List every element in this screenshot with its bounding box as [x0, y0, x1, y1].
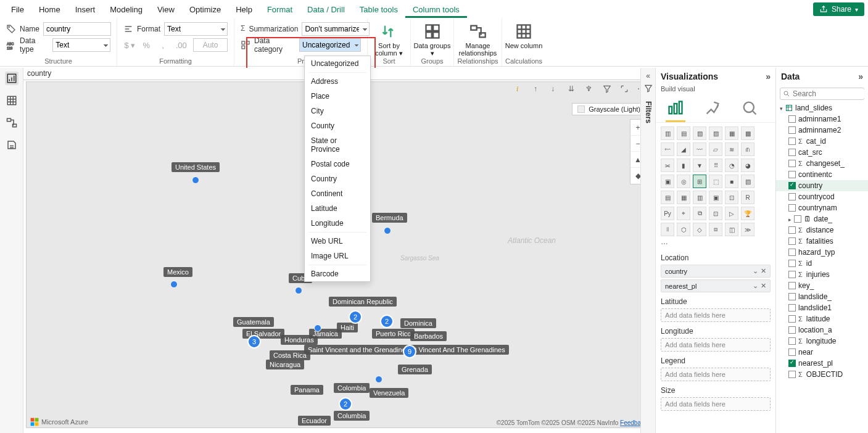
well-longitude-drop[interactable]: Add data fields here	[661, 338, 771, 352]
viz-type-button[interactable]: ⊞	[693, 175, 706, 188]
drill-down-icon[interactable]: ↓	[551, 85, 562, 96]
map-cluster[interactable]: 3	[247, 335, 261, 348]
datacategory-option[interactable]: County	[305, 118, 370, 133]
field-row[interactable]: country	[776, 180, 868, 191]
viz-type-button[interactable]: ■	[725, 175, 738, 188]
datacategory-option[interactable]: Image URL	[305, 249, 370, 263]
model-view-button[interactable]	[5, 116, 19, 130]
field-row[interactable]: injuries	[776, 269, 868, 280]
map-point[interactable]	[375, 376, 382, 383]
field-checkbox[interactable]	[794, 215, 801, 223]
viz-type-button[interactable]: ▦	[677, 191, 690, 204]
field-checkbox[interactable]	[788, 193, 796, 200]
field-row[interactable]: adminname1	[776, 113, 868, 125]
viz-type-button[interactable]: R	[741, 191, 754, 204]
viz-type-button[interactable]: ▩	[741, 126, 754, 140]
field-row[interactable]: continentc	[776, 169, 868, 180]
viz-more-button[interactable]: …	[656, 237, 775, 246]
viz-type-button[interactable]: ▤	[661, 191, 674, 204]
field-row[interactable]: near	[776, 347, 868, 358]
map-cluster[interactable]: 2	[349, 310, 362, 324]
viz-type-button[interactable]: ▧	[741, 175, 754, 188]
viz-type-button[interactable]: ⬚	[709, 175, 722, 188]
viz-type-button[interactable]: ▣	[709, 191, 722, 204]
map-point[interactable]	[170, 281, 178, 288]
field-checkbox[interactable]	[788, 337, 796, 345]
currency-button[interactable]: $ ▾	[123, 38, 136, 52]
format-visual-tab[interactable]	[700, 97, 725, 118]
field-row[interactable]: landslide1	[776, 302, 868, 313]
filters-pane-collapsed[interactable]: « Filters	[640, 68, 655, 433]
datacategory-option[interactable]: Longitude	[305, 216, 370, 231]
manage-relationships-button[interactable]: Manage relationships	[458, 21, 498, 57]
format-select[interactable]: Text	[164, 22, 228, 36]
viz-type-button[interactable]: ▧	[693, 126, 706, 140]
chevron-down-icon[interactable]: ⌄	[753, 267, 758, 275]
field-checkbox[interactable]	[788, 315, 796, 323]
remove-field-icon[interactable]: ✕	[761, 282, 766, 290]
menu-help[interactable]: Help	[228, 1, 260, 18]
map-point[interactable]	[384, 227, 391, 234]
field-row[interactable]: countrycod	[776, 191, 868, 202]
viz-type-button[interactable]: ▦	[725, 126, 738, 140]
field-checkbox[interactable]	[788, 126, 796, 134]
menu-data-drill[interactable]: Data / Drill	[300, 1, 352, 18]
viz-type-button[interactable]: ⬳	[661, 142, 674, 156]
field-checkbox[interactable]	[788, 237, 796, 245]
well-location-field-nearestpl[interactable]: nearest_pl⌄✕	[661, 279, 771, 292]
percent-button[interactable]: %	[140, 38, 153, 52]
report-view-button[interactable]	[5, 72, 19, 85]
menu-view[interactable]: View	[150, 1, 182, 18]
well-latitude-drop[interactable]: Add data fields here	[661, 308, 771, 322]
field-row[interactable]: fatalities	[776, 236, 868, 247]
field-checkbox[interactable]	[788, 304, 796, 311]
viz-type-button[interactable]: ▤	[677, 126, 690, 140]
viz-type-button[interactable]: ▮	[677, 159, 690, 172]
viz-type-button[interactable]: ▥	[661, 126, 674, 140]
field-row[interactable]: cat_id	[776, 136, 868, 147]
datacategory-option[interactable]: Continent	[305, 186, 370, 201]
well-legend-drop[interactable]: Add data fields here	[661, 368, 771, 381]
table-view-button[interactable]	[5, 94, 19, 107]
datacategory-option[interactable]: State or Province	[305, 133, 370, 157]
remove-field-icon[interactable]: ✕	[761, 267, 766, 275]
datacategory-option[interactable]: Web URL	[305, 234, 370, 249]
build-visual-tab[interactable]	[663, 97, 688, 118]
datacategory-dropdown[interactable]: UncategorizedAddressPlaceCityCountyState…	[304, 56, 371, 282]
expand-filters-icon[interactable]: «	[646, 72, 650, 80]
field-row[interactable]: latitude	[776, 313, 868, 324]
menu-file[interactable]: File	[4, 1, 31, 18]
viz-type-button[interactable]: ⫙	[741, 142, 754, 156]
viz-type-button[interactable]: ▱	[709, 142, 722, 156]
menu-table-tools[interactable]: Table tools	[352, 1, 405, 18]
map-point[interactable]	[192, 176, 199, 184]
menu-modeling[interactable]: Modeling	[102, 1, 150, 18]
table-row-landslides[interactable]: land_slides	[776, 102, 868, 113]
datacategory-option[interactable]: Latitude	[305, 201, 370, 216]
field-row[interactable]: hazard_typ	[776, 247, 868, 258]
viz-type-button[interactable]: ▥	[693, 191, 706, 204]
viz-type-button[interactable]: ⬡	[677, 223, 690, 236]
dax-view-button[interactable]	[5, 138, 19, 152]
field-checkbox[interactable]	[788, 326, 796, 334]
field-row[interactable]: 🗓date_	[776, 213, 868, 225]
new-column-button[interactable]: New column	[504, 21, 544, 49]
map-cluster[interactable]: 9	[403, 345, 416, 358]
comma-button[interactable]: ,	[157, 38, 170, 52]
viz-type-button[interactable]: ◎	[677, 175, 690, 188]
field-row[interactable]: cat_src	[776, 147, 868, 158]
viz-type-button[interactable]: 〰	[693, 142, 706, 156]
focus-mode-icon[interactable]	[620, 85, 631, 96]
field-checkbox[interactable]	[788, 149, 796, 156]
field-checkbox[interactable]	[788, 182, 796, 189]
field-checkbox[interactable]	[788, 171, 796, 178]
field-row[interactable]: landslide_	[776, 291, 868, 302]
field-row[interactable]: changeset_	[776, 158, 868, 169]
field-row[interactable]: location_a	[776, 324, 868, 336]
analytics-tab[interactable]	[737, 97, 762, 118]
viz-type-button[interactable]: ▷	[725, 207, 738, 220]
decimal-auto-input[interactable]	[193, 38, 228, 52]
filter-icon[interactable]	[603, 85, 614, 96]
name-input[interactable]	[43, 22, 111, 36]
datacategory-option[interactable]: City	[305, 104, 370, 118]
